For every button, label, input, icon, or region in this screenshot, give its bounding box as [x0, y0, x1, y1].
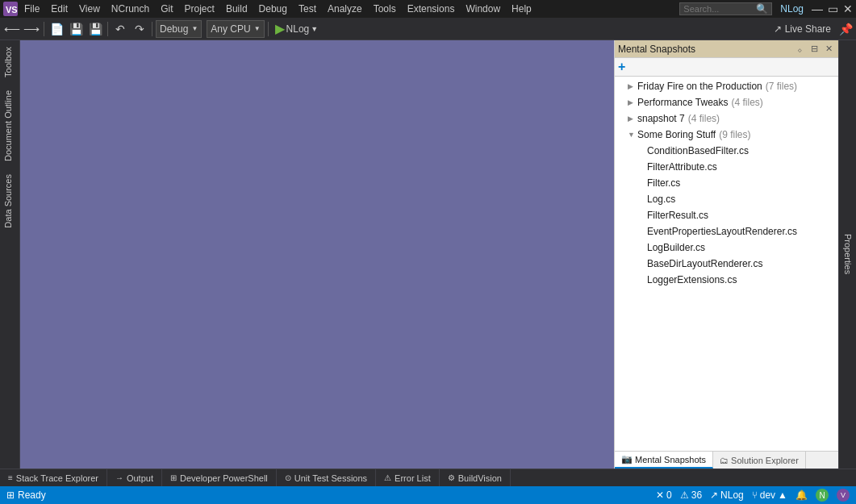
- vs-icon-status[interactable]: V: [837, 489, 850, 502]
- panel-pin-button[interactable]: ⬦: [793, 43, 806, 56]
- file-item-0[interactable]: ConditionBasedFilter.cs: [615, 143, 838, 159]
- file-item-2[interactable]: Filter.cs: [615, 175, 838, 191]
- search-input[interactable]: [683, 4, 756, 14]
- panel-close-button[interactable]: ✕: [822, 43, 835, 56]
- stack-trace-tab[interactable]: ≡ Stack Trace Explorer: [0, 469, 107, 486]
- panel-title: Mental Snapshots: [618, 44, 793, 55]
- file-item-3[interactable]: Log.cs: [615, 191, 838, 207]
- file-label-6: LogBuilder.cs: [647, 240, 705, 255]
- menu-test[interactable]: Test: [294, 2, 321, 16]
- performance-arrow-icon[interactable]: ▶: [628, 95, 637, 110]
- tree-item-boring[interactable]: ▼ Some Boring Stuff (9 files): [615, 127, 838, 143]
- data-sources-tab[interactable]: Data Sources: [0, 168, 19, 235]
- separator-1: [44, 22, 44, 36]
- run-dropdown-arrow-icon[interactable]: ▼: [311, 25, 318, 33]
- save-button[interactable]: 💾: [67, 20, 85, 38]
- errors-icon: ✕: [656, 489, 664, 501]
- menu-extensions[interactable]: Extensions: [403, 2, 460, 16]
- live-share-button[interactable]: ↗ Live Share: [767, 23, 837, 35]
- minimize-button[interactable]: —: [812, 2, 823, 15]
- tree-item-friday[interactable]: ▶ Friday Fire on the Production (7 files…: [615, 78, 838, 94]
- warnings-status[interactable]: ⚠ 36: [680, 489, 702, 501]
- search-icon: 🔍: [756, 3, 768, 15]
- bottom-tabs: ≡ Stack Trace Explorer → Output ⊞ Develo…: [0, 469, 856, 486]
- redo-button[interactable]: ↷: [131, 20, 148, 38]
- nlog-status[interactable]: ↗ NLog: [710, 489, 744, 501]
- boring-arrow-icon[interactable]: ▼: [628, 127, 637, 142]
- back-button[interactable]: ⟵: [3, 20, 21, 38]
- toolbox-tab[interactable]: Toolbox: [0, 40, 19, 84]
- vs-logo-icon: VS: [3, 2, 18, 16]
- output-icon: →: [115, 473, 123, 482]
- friday-arrow-icon[interactable]: ▶: [628, 79, 637, 94]
- git-status[interactable]: ⑂ dev ▲: [752, 489, 787, 501]
- platform-arrow-icon: ▼: [254, 25, 261, 32]
- main-area: Toolbox Document Outline Data Sources Me…: [0, 40, 856, 469]
- menu-analyze[interactable]: Analyze: [323, 2, 367, 16]
- properties-side-tab[interactable]: Properties: [838, 40, 856, 469]
- errors-status[interactable]: ✕ 0: [656, 489, 672, 501]
- file-item-1[interactable]: FilterAttribute.cs: [615, 159, 838, 175]
- add-snapshot-button[interactable]: +: [618, 60, 625, 73]
- menu-project[interactable]: Project: [180, 2, 219, 16]
- forward-button[interactable]: ⟶: [23, 20, 40, 38]
- document-outline-tab[interactable]: Document Outline: [0, 84, 19, 168]
- error-list-icon: ⚠: [384, 473, 391, 482]
- output-tab[interactable]: → Output: [107, 469, 162, 486]
- pin-icon[interactable]: 📌: [839, 23, 853, 35]
- tree-item-performance[interactable]: ▶ Performance Tweaks (4 files): [615, 94, 838, 110]
- menu-view[interactable]: View: [74, 2, 105, 16]
- undo-button[interactable]: ↶: [111, 20, 129, 38]
- solution-explorer-tab-icon: 🗂: [720, 456, 729, 465]
- menu-debug[interactable]: Debug: [254, 2, 292, 16]
- panel-bottom-tabs: 📷 Mental Snapshots 🗂 Solution Explorer: [615, 451, 838, 469]
- search-box[interactable]: 🔍: [679, 2, 772, 15]
- menu-git[interactable]: Git: [156, 2, 177, 16]
- bell-icon: 🔔: [795, 489, 808, 501]
- status-right: ✕ 0 ⚠ 36 ↗ NLog ⑂ dev ▲ 🔔 N V: [656, 489, 850, 502]
- panel-tab-mental-snapshots[interactable]: 📷 Mental Snapshots: [615, 452, 713, 469]
- new-file-button[interactable]: 📄: [48, 20, 65, 38]
- nlog-icon-status[interactable]: N: [816, 489, 829, 502]
- config-dropdown[interactable]: Debug ▼: [156, 20, 202, 38]
- error-list-tab[interactable]: ⚠ Error List: [376, 469, 440, 486]
- menu-edit[interactable]: Edit: [46, 2, 73, 16]
- menu-window[interactable]: Window: [461, 2, 505, 16]
- menu-help[interactable]: Help: [507, 2, 537, 16]
- file-item-5[interactable]: EventPropertiesLayoutRenderer.cs: [615, 223, 838, 240]
- menu-file[interactable]: File: [19, 2, 44, 16]
- nlog-menu-label: NLog: [780, 3, 804, 15]
- notifications-status[interactable]: 🔔: [795, 489, 808, 501]
- vs-circle-icon: V: [837, 489, 850, 502]
- git-label: dev: [760, 489, 775, 501]
- menu-build[interactable]: Build: [221, 2, 253, 16]
- tree-item-snapshot7[interactable]: ▶ snapshot 7 (4 files): [615, 110, 838, 127]
- nlog-circle-icon: N: [816, 489, 829, 502]
- file-item-7[interactable]: BaseDirLayoutRenderer.cs: [615, 256, 838, 272]
- close-button[interactable]: ✕: [843, 2, 853, 15]
- tree-view[interactable]: ▶ Friday Fire on the Production (7 files…: [615, 77, 838, 451]
- panel-float-button[interactable]: ⊟: [808, 43, 821, 56]
- save-all-button[interactable]: 💾: [86, 20, 104, 38]
- file-item-8[interactable]: LoggerExtensions.cs: [615, 272, 838, 288]
- buildvision-icon: ⚙: [448, 473, 455, 482]
- git-arrow-icon: ▲: [778, 489, 787, 501]
- file-item-6[interactable]: LogBuilder.cs: [615, 240, 838, 256]
- maximize-button[interactable]: ▭: [828, 2, 838, 15]
- run-button[interactable]: ▶: [275, 21, 285, 36]
- separator-4: [268, 22, 269, 36]
- left-tabs: Toolbox Document Outline Data Sources: [0, 40, 20, 469]
- panel-titlebar: Mental Snapshots ⬦ ⊟ ✕: [615, 40, 838, 58]
- menu-ncrunch[interactable]: NCrunch: [106, 2, 154, 16]
- file-item-4[interactable]: FilterResult.cs: [615, 207, 838, 223]
- menu-tools[interactable]: Tools: [369, 2, 401, 16]
- panel-tab-solution-explorer[interactable]: 🗂 Solution Explorer: [713, 452, 806, 469]
- buildvision-tab[interactable]: ⚙ BuildVision: [440, 469, 511, 486]
- powershell-tab[interactable]: ⊞ Developer PowerShell: [162, 469, 277, 486]
- statusbar: ⊞ Ready ✕ 0 ⚠ 36 ↗ NLog ⑂ dev ▲ 🔔 N V: [0, 486, 856, 504]
- snapshot7-arrow-icon[interactable]: ▶: [628, 111, 637, 126]
- platform-dropdown[interactable]: Any CPU ▼: [207, 20, 264, 38]
- menubar: VS File Edit View NCrunch Git Project Bu…: [0, 0, 856, 18]
- unit-test-tab[interactable]: ⊙ Unit Test Sessions: [277, 469, 376, 486]
- mental-snapshots-tab-label: Mental Snapshots: [635, 455, 706, 464]
